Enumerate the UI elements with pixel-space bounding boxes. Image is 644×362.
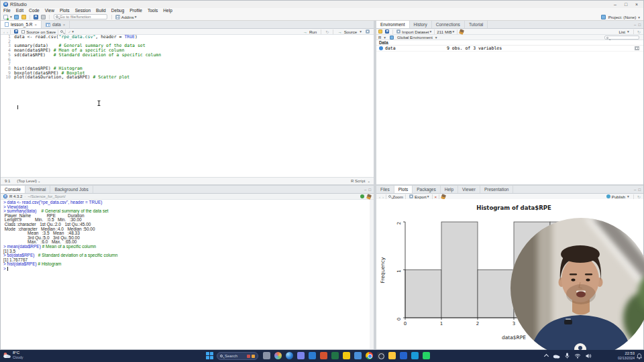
publish-button[interactable]: Publish bbox=[612, 194, 625, 199]
console-output[interactable]: > data <- read.csv("rpe_data.csv", heade… bbox=[1, 200, 370, 349]
save-icon[interactable] bbox=[34, 15, 38, 19]
document-outline-icon[interactable] bbox=[366, 29, 370, 34]
taskbar-search[interactable]: Search bbox=[217, 352, 258, 360]
minimize-button[interactable]: – bbox=[610, 1, 621, 8]
tab-environment[interactable]: Environment bbox=[376, 21, 410, 28]
microphone-icon[interactable] bbox=[565, 353, 570, 359]
taskbar-icon-chrome[interactable] bbox=[366, 352, 373, 359]
minimize-pane-icon[interactable]: – bbox=[364, 188, 366, 192]
refresh-plot-icon[interactable]: ↻ bbox=[637, 194, 641, 199]
tab-console[interactable]: Console bbox=[1, 186, 25, 193]
taskbar-icon-outlook[interactable] bbox=[411, 352, 419, 359]
menu-code[interactable]: Code bbox=[26, 8, 42, 13]
taskbar-icon-word[interactable] bbox=[309, 352, 316, 359]
view-data-icon[interactable] bbox=[635, 46, 639, 50]
minimize-pane-icon[interactable]: – bbox=[634, 23, 636, 27]
print-icon[interactable] bbox=[41, 15, 46, 19]
source-caret-icon[interactable]: ▾ bbox=[360, 29, 362, 34]
remove-plot-icon[interactable]: × bbox=[435, 194, 437, 199]
taskbar-icon-excel[interactable] bbox=[331, 352, 339, 359]
tab-tutorial[interactable]: Tutorial bbox=[465, 21, 488, 28]
taskbar-icon-clock-app[interactable] bbox=[377, 352, 384, 359]
taskbar-icon-edge[interactable] bbox=[286, 352, 293, 359]
maximize-pane-icon[interactable]: □ bbox=[638, 23, 641, 27]
goto-file-input[interactable] bbox=[60, 15, 104, 19]
open-file-icon[interactable] bbox=[21, 15, 26, 19]
environment-object-row[interactable]: data9 obs. of 3 variables bbox=[376, 46, 643, 52]
code-editor[interactable]: 1data <- read.csv("rpe_data.csv", header… bbox=[1, 35, 374, 177]
environment-scope[interactable]: Global Environment bbox=[397, 36, 433, 40]
minimize-pane-icon[interactable]: – bbox=[634, 188, 636, 192]
refresh-environment-icon[interactable]: ↻ bbox=[637, 29, 641, 34]
menu-session[interactable]: Session bbox=[72, 8, 93, 13]
scope-indicator[interactable]: (Top Level) bbox=[17, 179, 37, 183]
tab-help[interactable]: Help bbox=[441, 186, 458, 193]
load-workspace-icon[interactable] bbox=[378, 29, 382, 34]
menu-view[interactable]: View bbox=[42, 8, 57, 13]
taskbar-clock[interactable]: 22:53 02/13/2024 bbox=[618, 351, 635, 361]
menu-help[interactable]: Help bbox=[160, 8, 175, 13]
tab-packages[interactable]: Packages bbox=[413, 186, 441, 193]
project-selector[interactable]: Project: (None) ▾ bbox=[600, 13, 641, 21]
file-type-indicator[interactable]: R Script bbox=[351, 179, 365, 183]
onedrive-icon[interactable] bbox=[553, 353, 560, 359]
working-directory[interactable]: ~/Science_for_Sport/ bbox=[28, 194, 65, 198]
taskbar-icon-task-view[interactable] bbox=[263, 352, 270, 359]
tab-history[interactable]: History bbox=[410, 21, 432, 28]
menu-build[interactable]: Build bbox=[93, 8, 109, 13]
tab-viewer[interactable]: Viewer bbox=[458, 186, 480, 193]
close-tab-icon[interactable]: × bbox=[35, 23, 38, 27]
rerun-icon[interactable]: ↻ bbox=[325, 29, 329, 34]
tray-chevron-icon[interactable] bbox=[544, 354, 549, 359]
tab-files[interactable]: Files bbox=[376, 186, 394, 193]
addins-label[interactable]: Addins bbox=[121, 15, 134, 19]
editor-tab-lesson_5.r[interactable]: lesson_5.R× bbox=[1, 21, 42, 28]
zoom-button[interactable]: Zoom bbox=[392, 194, 403, 199]
save-script-icon[interactable] bbox=[14, 29, 18, 34]
taskbar-icon-photos[interactable] bbox=[274, 352, 282, 359]
new-file-icon[interactable] bbox=[3, 15, 8, 19]
tab-background-jobs[interactable]: Background Jobs bbox=[50, 186, 93, 193]
new-file-caret-icon[interactable]: ▾ bbox=[10, 15, 12, 19]
taskbar-icon-whatsapp[interactable] bbox=[423, 352, 430, 359]
taskbar-icon-file-explorer[interactable] bbox=[388, 352, 396, 359]
import-dataset-button[interactable]: Import Dataset bbox=[402, 29, 429, 34]
environment-search-box[interactable] bbox=[604, 36, 639, 40]
close-button[interactable]: × bbox=[631, 1, 642, 8]
source-on-save-checkbox[interactable] bbox=[21, 30, 25, 34]
menu-tools[interactable]: Tools bbox=[145, 8, 160, 13]
maximize-pane-icon[interactable]: □ bbox=[638, 188, 641, 192]
addins-icon[interactable] bbox=[115, 15, 120, 19]
back-icon[interactable]: ‹ bbox=[3, 29, 5, 34]
editor-tab-data[interactable]: data× bbox=[42, 21, 70, 28]
maximize-pane-icon[interactable]: □ bbox=[368, 188, 371, 192]
menu-profile[interactable]: Profile bbox=[127, 8, 145, 13]
volume-icon[interactable] bbox=[586, 353, 592, 359]
previous-plot-icon[interactable]: ‹ bbox=[379, 194, 380, 199]
taskbar-icon-app-blue[interactable] bbox=[354, 352, 362, 359]
save-workspace-icon[interactable] bbox=[385, 29, 389, 34]
taskbar-icon-todo[interactable] bbox=[400, 352, 407, 359]
weather-widget[interactable]: 8°C Cloudy bbox=[3, 351, 23, 360]
goto-file-box[interactable] bbox=[54, 14, 107, 19]
code-tools-icon[interactable]: ✓ bbox=[68, 29, 71, 34]
clear-console-icon[interactable] bbox=[366, 194, 372, 200]
taskbar-icon-teams[interactable] bbox=[297, 352, 305, 359]
menu-edit[interactable]: Edit bbox=[13, 8, 26, 13]
list-view-toggle[interactable]: List bbox=[619, 29, 625, 34]
memory-usage[interactable]: 211 MiB bbox=[437, 29, 451, 34]
close-tab-icon[interactable]: × bbox=[63, 23, 66, 27]
forward-icon[interactable]: › bbox=[7, 29, 8, 34]
tab-presentation[interactable]: Presentation bbox=[480, 186, 514, 193]
tab-connections[interactable]: Connections bbox=[432, 21, 465, 28]
new-project-icon[interactable] bbox=[14, 15, 19, 19]
wifi-icon[interactable] bbox=[574, 353, 581, 359]
menu-file[interactable]: File bbox=[1, 8, 13, 13]
language-selector[interactable]: R bbox=[378, 36, 381, 40]
source-button[interactable]: Source bbox=[344, 29, 358, 34]
console-scrollbar[interactable] bbox=[370, 200, 374, 349]
run-button[interactable]: Run bbox=[309, 29, 317, 34]
tab-plots[interactable]: Plots bbox=[394, 186, 413, 193]
find-replace-icon[interactable] bbox=[60, 30, 63, 33]
taskbar-icon-powerpoint[interactable] bbox=[320, 352, 327, 359]
